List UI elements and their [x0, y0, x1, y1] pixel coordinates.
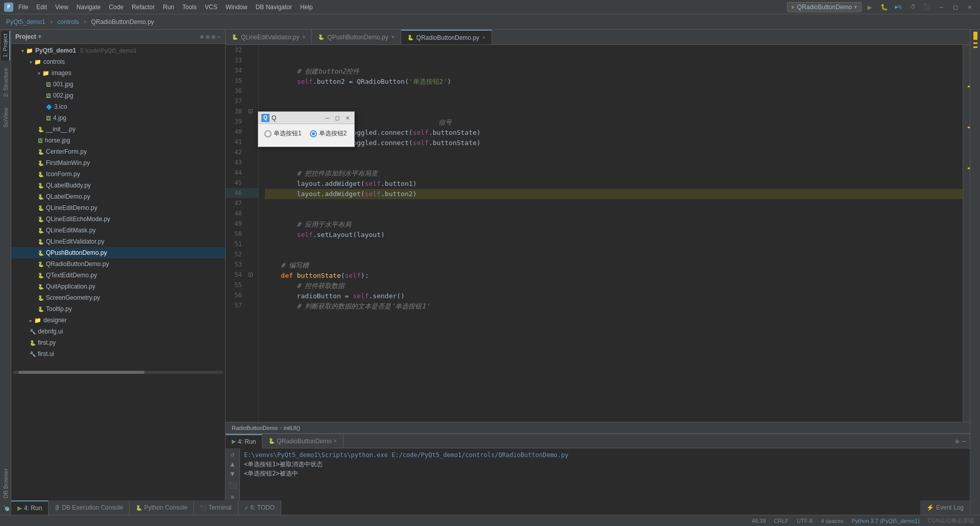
run-config-tab-close[interactable]: × — [334, 438, 337, 444]
stop-button[interactable]: ⬛ — [921, 2, 933, 13]
panel-settings-icon[interactable]: ≡ — [206, 33, 209, 40]
radio-option-2[interactable]: 单选按钮2 — [310, 129, 347, 138]
menu-tools[interactable]: Tools — [179, 3, 200, 12]
tree-item-debnfgui[interactable]: 🔧 debnfg.ui — [11, 326, 225, 337]
menu-run[interactable]: Run — [160, 3, 177, 12]
run-print-btn[interactable]: ≡ — [231, 493, 234, 500]
profile-button[interactable]: ⏱ — [906, 2, 919, 13]
radio-option-1[interactable]: 单选按钮1 — [264, 129, 302, 138]
tree-item-quitapplication[interactable]: 🐍 QuitApplication.py — [11, 281, 225, 292]
tree-item-screengeometry[interactable]: 🐍 ScreenGeometry.py — [11, 292, 225, 303]
menu-view[interactable]: View — [52, 3, 71, 12]
status-line-ending[interactable]: CRLF — [774, 518, 789, 524]
panel-collapse-icon[interactable]: — — [217, 33, 221, 40]
tree-item-pyqt5[interactable]: ▾ 📁 PyQt5_demo1 E:\code\PyQt5_demo1 — [11, 45, 225, 56]
tree-item-firstmainwin[interactable]: 🐍 FirstMainWin.py — [11, 157, 225, 169]
tab-qradiobuttondemo[interactable]: 🐍 QRadioButtonDemo.py × — [401, 30, 492, 45]
sidebar-tab-db-browser[interactable]: DB Browser — [2, 465, 10, 501]
tree-item-qlineeditechomode[interactable]: 🐍 QLineEditEchoMode.py — [11, 213, 225, 225]
menu-vcs[interactable]: VCS — [202, 3, 220, 12]
run-scroll-down-btn[interactable]: ▼ — [231, 470, 235, 477]
tree-item-iconform[interactable]: 🐍 IconForm.py — [11, 169, 225, 180]
run-scroll-up-btn[interactable]: ▲ — [231, 460, 235, 468]
bottom-tab-run-config[interactable]: 🐍 QRadioButtonDemo × — [262, 434, 343, 448]
breadcrumb-class[interactable]: RadioButtonDemo — [232, 425, 278, 431]
tree-item-firstpy[interactable]: 🐍 first.py — [11, 337, 225, 348]
panel-gear-icon[interactable]: ⚙ — [212, 33, 215, 40]
menu-file[interactable]: File — [15, 3, 31, 12]
fold-marker-54[interactable]: ▾ — [249, 273, 253, 277]
tree-item-qlineeditdemo[interactable]: 🐍 QLineEditDemo.py — [11, 202, 225, 213]
tree-item-horsejpg[interactable]: 🖼 horse.jpg — [11, 135, 225, 146]
menu-db-navigator[interactable]: DB Navigator — [253, 3, 295, 12]
tool-tab-terminal[interactable]: ⬛ Terminal — [194, 500, 238, 515]
tree-item-4jpg[interactable]: 🖼 4.jpg — [11, 112, 225, 124]
breadcrumb-project[interactable]: PyQt5_demo1 — [6, 18, 45, 26]
sidebar-tab-project[interactable]: 1: Project — [1, 31, 10, 60]
menu-code[interactable]: Code — [106, 3, 127, 12]
tree-item-002jpg[interactable]: 🖼 002.jpg — [11, 90, 225, 101]
sidebar-tab-structure[interactable]: 2: Structure — [2, 65, 10, 100]
run-config-dropdown[interactable]: ▶ QRadioButtonDemo ▼ — [787, 2, 862, 12]
tab-qpushbuttondemo[interactable]: 🐍 QPushButtonDemo.py × — [312, 30, 401, 45]
tree-item-tooltip[interactable]: 🐍 Tooltip.py — [11, 303, 225, 315]
run-settings-icon[interactable]: ⚙ — [955, 438, 959, 445]
breadcrumb-method[interactable]: initUI() — [284, 425, 300, 431]
tab-qlineeditvalidator[interactable]: 🐍 QLineEditValidator.py × — [226, 30, 312, 45]
code-editor[interactable]: 32 33 34 35 36 37 38▸ 39 40 41 42 43 44 … — [226, 45, 970, 422]
tree-item-qlineeditvalidator[interactable]: 🐍 QLineEditValidator.py — [11, 236, 225, 247]
tree-item-qlabelbuddy[interactable]: 🐍 QLabelBuddy.py — [11, 180, 225, 191]
tree-item-001jpg[interactable]: 🖼 001.jpg — [11, 79, 225, 90]
menu-window[interactable]: Window — [223, 3, 251, 12]
event-log-tab[interactable]: ⚡ Event Log — [920, 500, 970, 515]
tree-item-qradiobuttondemo[interactable]: 🐍 QRadioButtonDemo.py — [11, 258, 225, 270]
run-restart-btn[interactable]: ↺ — [231, 450, 235, 458]
menu-navigate[interactable]: Navigate — [74, 3, 104, 12]
tree-item-qlabeldemo[interactable]: 🐍 QLabelDemo.py — [11, 191, 225, 202]
right-scrollbar-gutter[interactable] — [963, 45, 970, 422]
tree-item-init[interactable]: 🐍 __init__.py — [11, 124, 225, 135]
window-minimize[interactable]: — — [935, 2, 947, 13]
panel-add-icon[interactable]: ⊕ — [200, 33, 204, 40]
code-text-area[interactable]: # 创建button2控件 self.button2 = QRadioButto… — [259, 45, 963, 422]
status-encoding[interactable]: UTF-8 — [797, 518, 813, 524]
window-close[interactable]: × — [964, 2, 976, 13]
tab-close-btn[interactable]: × — [391, 34, 395, 40]
run-minimize-icon[interactable]: — — [962, 438, 966, 445]
breadcrumb-controls[interactable]: controls — [58, 18, 79, 26]
status-indent[interactable]: 4 spaces — [821, 518, 843, 524]
tree-item-qlineeditmask[interactable]: 🐍 QLineEditMask.py — [11, 225, 225, 236]
tree-item-centerform[interactable]: 🐍 CenterForm.py — [11, 146, 225, 157]
menu-edit[interactable]: Edit — [33, 3, 50, 12]
tree-item-qpushbuttondemo[interactable]: 🐍 QPushButtonDemo.py — [11, 247, 225, 258]
tool-tab-python-console[interactable]: 🐍 Python Console — [130, 500, 194, 515]
tree-item-3ico[interactable]: 🔷 3.ico — [11, 101, 225, 112]
tool-tab-todo[interactable]: ✓ 6: TODO — [238, 500, 282, 515]
tree-item-designer[interactable]: ▸ 📁 designer — [11, 315, 225, 326]
menu-refactor[interactable]: Refactor — [129, 3, 158, 12]
bottom-tab-run[interactable]: ▶ 4: Run — [226, 434, 262, 448]
status-python[interactable]: Python 3.7 (PyQt5_demo1) — [851, 518, 919, 524]
sidebar-tab-search[interactable]: 🔍 — [1, 502, 10, 515]
sidebar-tab-scv[interactable]: SciView — [2, 105, 10, 131]
debug-button[interactable]: 🐛 — [878, 2, 890, 13]
run-stop-btn[interactable]: ⬛ — [229, 482, 237, 489]
tree-item-images[interactable]: ▾ 📁 images — [11, 67, 225, 79]
tool-tab-run[interactable]: ▶ 4: Run — [11, 500, 48, 515]
tab-close-btn[interactable]: × — [303, 34, 306, 40]
tree-item-controls[interactable]: ▾ 📁 controls — [11, 56, 225, 67]
window-maximize[interactable]: □ — [949, 2, 962, 13]
fold-marker-38[interactable]: ▸ — [249, 109, 253, 113]
tab-label-active: QRadioButtonDemo.py — [416, 34, 479, 41]
run-with-coverage-button[interactable]: ▶% — [892, 2, 904, 13]
tool-tab-db-exec[interactable]: 🗄 DB Execution Console — [48, 500, 130, 515]
menu-help[interactable]: Help — [297, 3, 316, 12]
run-button[interactable]: ▶ — [864, 2, 876, 13]
dialog-minimize-btn[interactable]: — — [324, 114, 331, 122]
dialog-close-btn[interactable]: × — [344, 114, 351, 122]
dialog-maximize-btn[interactable]: □ — [334, 114, 341, 122]
tree-item-firstui[interactable]: 🔧 first.ui — [11, 348, 225, 360]
tab-close-btn[interactable]: × — [482, 35, 485, 40]
tree-item-qtexteditdemo[interactable]: 🐍 QTextEditDemo.py — [11, 270, 225, 281]
panel-dropdown-arrow[interactable]: ▼ — [38, 34, 41, 39]
